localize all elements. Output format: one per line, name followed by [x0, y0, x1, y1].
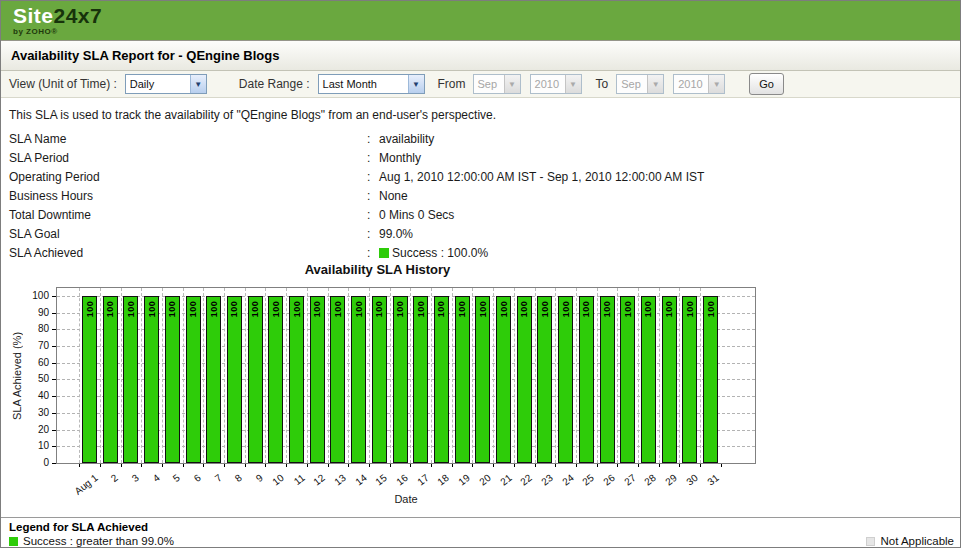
x-gridline — [452, 288, 453, 463]
bar-value-label: 100 — [188, 301, 198, 318]
site24x7-logo: Site24x7 by ZOHO® — [13, 5, 102, 36]
x-tick-label: 25 — [581, 472, 597, 488]
logo-text: Site24x7 — [13, 5, 102, 26]
bar-value-label: 100 — [209, 301, 219, 318]
view-select[interactable]: Daily ▼ — [125, 74, 207, 94]
date-range-select-value: Last Month — [323, 78, 377, 90]
summary-row: Business Hours:None — [9, 186, 960, 205]
y-axis-tick — [52, 463, 56, 464]
bar: 100 — [206, 296, 221, 463]
x-axis-tick — [597, 464, 598, 467]
bar: 100 — [144, 296, 159, 463]
chevron-down-icon: ▼ — [565, 75, 581, 93]
from-year-value: 2010 — [535, 78, 559, 90]
summary-label: SLA Goal — [9, 227, 367, 241]
x-axis-tick — [203, 464, 204, 467]
from-label: From — [438, 77, 466, 91]
date-range-label: Date Range : — [239, 77, 310, 91]
x-tick-label: 7 — [212, 472, 223, 484]
x-tick-label: 22 — [518, 472, 534, 488]
view-label: View (Unit of Time) : — [9, 77, 117, 91]
bar: 100 — [351, 296, 366, 463]
x-tick-label: 29 — [663, 472, 679, 488]
y-axis-tick — [52, 329, 56, 330]
bar: 100 — [103, 296, 118, 463]
bar-value-label: 100 — [436, 301, 446, 318]
x-axis-tick — [348, 464, 349, 467]
summary-row: Total Downtime:0 Mins 0 Secs — [9, 205, 960, 224]
bar-value-label: 100 — [519, 301, 529, 318]
x-tick-label: 24 — [560, 472, 576, 488]
x-axis-tick — [659, 464, 660, 467]
y-tick-label: 60 — [3, 357, 49, 368]
x-tick-label: 17 — [415, 472, 431, 488]
availability-sla-history-chart: Availability SLA History SLA Achieved (%… — [1, 256, 961, 511]
x-axis-tick — [328, 464, 329, 467]
x-gridline — [700, 288, 701, 463]
y-axis-tick — [52, 379, 56, 380]
bar: 100 — [434, 296, 449, 463]
x-axis-tick — [555, 464, 556, 467]
x-gridline — [245, 288, 246, 463]
x-axis-tick — [514, 464, 515, 467]
x-axis-tick — [307, 464, 308, 467]
bar: 100 — [662, 296, 677, 463]
to-month-select: Sep ▼ — [616, 74, 664, 94]
summary-label: Total Downtime — [9, 208, 367, 222]
date-range-select[interactable]: Last Month ▼ — [318, 74, 425, 94]
x-tick-label: 10 — [270, 472, 286, 488]
x-axis-tick — [369, 464, 370, 467]
bar-value-label: 100 — [540, 301, 550, 318]
bar-value-label: 100 — [250, 301, 260, 318]
bar: 100 — [475, 296, 490, 463]
x-axis-tick — [121, 464, 122, 467]
legend-item-success: Success : greater than 99.0% — [9, 535, 174, 547]
bar-value-label: 100 — [664, 301, 674, 318]
chevron-down-icon: ▼ — [190, 75, 206, 93]
y-tick-label: 30 — [3, 407, 49, 418]
x-gridline — [286, 288, 287, 463]
x-axis-tick — [472, 464, 473, 467]
logo-site-part: Site — [13, 4, 54, 27]
bar: 100 — [703, 296, 718, 463]
bar: 100 — [248, 296, 263, 463]
x-axis-tick — [286, 464, 287, 467]
bar-value-label: 100 — [354, 301, 364, 318]
bar-value-label: 100 — [312, 301, 322, 318]
bar: 100 — [496, 296, 511, 463]
bar: 100 — [330, 296, 345, 463]
brand-header: Site24x7 by ZOHO® — [1, 1, 960, 41]
x-tick-label: 16 — [394, 472, 410, 488]
x-tick-label: 11 — [291, 472, 306, 487]
x-gridline — [617, 288, 618, 463]
y-tick-label: 90 — [3, 307, 49, 318]
bar-value-label: 100 — [147, 301, 157, 318]
y-axis-tick — [52, 413, 56, 414]
x-gridline — [203, 288, 204, 463]
chevron-down-icon: ▼ — [504, 75, 520, 93]
summary-value: None — [379, 189, 408, 203]
bar-value-label: 100 — [85, 301, 95, 318]
go-button[interactable]: Go — [749, 73, 784, 95]
x-gridline — [472, 288, 473, 463]
summary-colon: : — [367, 189, 379, 203]
x-axis-tick — [535, 464, 536, 467]
x-gridline — [410, 288, 411, 463]
x-tick-label: 30 — [684, 472, 700, 488]
bar-value-label: 100 — [292, 301, 302, 318]
legend-section: Legend for SLA Achieved Success : greate… — [1, 517, 961, 548]
legend-success-label: Success : greater than 99.0% — [23, 535, 174, 547]
summary-colon: : — [367, 227, 379, 241]
x-gridline — [348, 288, 349, 463]
x-gridline — [265, 288, 266, 463]
x-tick-label: 12 — [311, 472, 327, 488]
page-title: Availability SLA Report for - QEngine Bl… — [11, 48, 279, 63]
bar-value-label: 100 — [457, 301, 467, 318]
from-year-select: 2010 ▼ — [530, 74, 582, 94]
bar-value-label: 100 — [581, 301, 591, 318]
chart-title: Availability SLA History — [1, 262, 754, 277]
summary-colon: : — [367, 208, 379, 222]
x-axis-tick — [141, 464, 142, 467]
bar-value-label: 100 — [706, 301, 716, 318]
x-axis-tick — [452, 464, 453, 467]
